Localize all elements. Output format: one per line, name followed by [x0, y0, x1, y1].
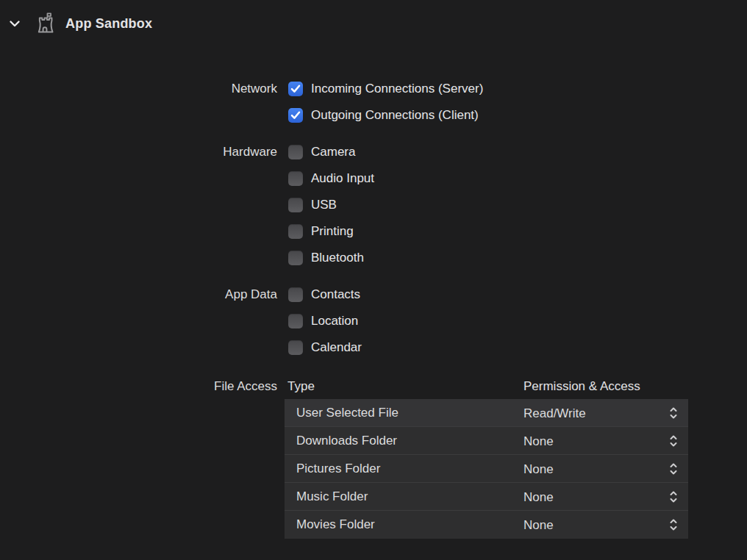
capability-row: Calendar	[0, 334, 747, 361]
location-checkbox[interactable]	[288, 314, 303, 329]
checkbox-label: USB	[311, 198, 337, 212]
type-column-header: Type	[287, 379, 315, 394]
chevron-down-icon[interactable]	[7, 16, 22, 31]
checkbox-label: Camera	[311, 145, 355, 159]
checkbox-label: Audio Input	[311, 171, 374, 186]
file-access-type: Pictures Folder	[285, 462, 380, 476]
table-row-pictures-folder: Pictures Folder None	[285, 455, 688, 483]
table-row-music-folder: Music Folder None	[285, 483, 688, 511]
capability-row: Bluetooth	[0, 245, 747, 271]
checkbox-label: Outgoing Connections (Client)	[311, 108, 479, 123]
app-data-section-label: App Data	[0, 287, 277, 302]
table-row-user-selected-file: User Selected File Read/Write	[285, 399, 688, 427]
permission-select[interactable]: Read/Write	[523, 406, 586, 421]
checkbox-label: Location	[311, 314, 358, 329]
hardware-section-label: Hardware	[0, 145, 277, 159]
file-access-table: User Selected File Read/Write Downloads …	[285, 399, 688, 539]
checkbox-label: Incoming Connections (Server)	[311, 82, 483, 96]
file-access-type: Downloads Folder	[285, 434, 397, 448]
permission-select[interactable]: None	[523, 434, 554, 449]
capability-row: Network Incoming Connections (Server)	[0, 76, 747, 102]
file-access-type: Movies Folder	[285, 517, 375, 532]
checkbox-label: Calendar	[311, 340, 362, 355]
capability-row: USB	[0, 192, 747, 218]
page-title: App Sandbox	[65, 16, 152, 32]
capability-row: App Data Contacts	[0, 281, 747, 308]
permission-select[interactable]: None	[523, 518, 554, 533]
contacts-checkbox[interactable]	[288, 287, 303, 302]
up-down-chevrons-icon[interactable]	[669, 518, 678, 531]
checkbox-label: Bluetooth	[311, 251, 364, 265]
app-data-section: App Data Contacts Location Calendar	[0, 281, 747, 361]
incoming-connections-checkbox[interactable]	[288, 82, 303, 96]
up-down-chevrons-icon[interactable]	[669, 406, 678, 420]
capability-row: Hardware Camera	[0, 139, 747, 165]
network-section: Network Incoming Connections (Server) Ou…	[0, 76, 747, 129]
file-access-header-row: File Access Type Permission & Access	[0, 373, 747, 400]
calendar-checkbox[interactable]	[288, 340, 303, 355]
camera-checkbox[interactable]	[288, 145, 303, 159]
outgoing-connections-checkbox[interactable]	[288, 108, 303, 123]
file-access-section-label: File Access	[0, 379, 277, 394]
capability-row: Outgoing Connections (Client)	[0, 102, 747, 129]
up-down-chevrons-icon[interactable]	[669, 434, 678, 448]
printing-checkbox[interactable]	[288, 224, 303, 239]
checkbox-label: Contacts	[311, 287, 360, 302]
capability-row: Audio Input	[0, 165, 747, 192]
file-access-type: User Selected File	[285, 406, 398, 420]
permission-column-header: Permission & Access	[523, 379, 640, 394]
table-row-downloads-folder: Downloads Folder None	[285, 427, 688, 455]
table-row-movies-folder: Movies Folder None	[285, 511, 688, 539]
capability-row: Location	[0, 308, 747, 334]
usb-checkbox[interactable]	[288, 198, 303, 212]
hardware-section: Hardware Camera Audio Input USB Printing…	[0, 139, 747, 271]
capability-row: Printing	[0, 218, 747, 245]
up-down-chevrons-icon[interactable]	[669, 462, 678, 475]
bluetooth-checkbox[interactable]	[288, 251, 303, 265]
up-down-chevrons-icon[interactable]	[669, 490, 678, 503]
app-sandbox-header: App Sandbox	[7, 10, 152, 37]
file-access-type: Music Folder	[285, 489, 368, 504]
permission-select[interactable]: None	[523, 490, 554, 505]
checkbox-label: Printing	[311, 224, 354, 239]
sandbox-castle-icon	[34, 11, 56, 36]
network-section-label: Network	[0, 82, 277, 96]
audio-input-checkbox[interactable]	[288, 171, 303, 186]
permission-select[interactable]: None	[523, 462, 554, 477]
